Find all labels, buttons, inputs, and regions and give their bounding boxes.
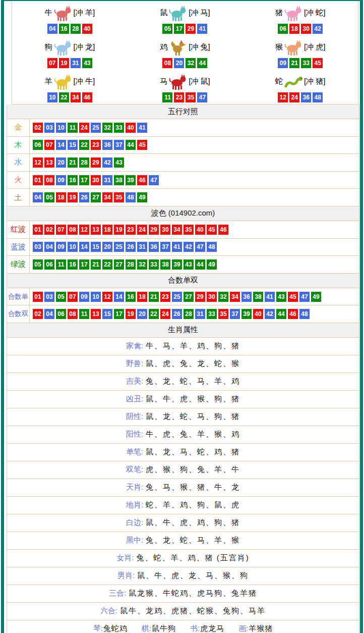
attr-seg-书: 书:虎龙马: [190, 624, 224, 633]
attr-label-xiongchou: 凶丑:: [126, 394, 143, 404]
zodiac-reference-page: 牛[冲 羊]04162840鼠[冲 马]05172941猪[冲 蛇]061830…: [0, 0, 364, 633]
zodiac-caption-rat: 鼠[冲 马]: [160, 3, 210, 23]
ball-39: 39: [241, 309, 252, 319]
ball-44: 44: [197, 58, 207, 68]
ball-32: 32: [137, 259, 147, 270]
attr-value-yinxing: 鼠、龙、蛇、马、狗、猪: [146, 412, 240, 421]
zodiac-cell-goat: 羊[冲 牛]10223446: [12, 70, 128, 104]
zodiac-clash-dog: [冲 龙]: [74, 42, 95, 52]
attr-label-yangxing: 阳性:: [126, 430, 143, 439]
zodiac-clash-grid: 牛[冲 羊]04162840鼠[冲 马]05172941猪[冲 蛇]061830…: [12, 1, 358, 104]
zodiac-name-rooster: 鸡: [160, 42, 167, 52]
ball-10: 10: [56, 123, 66, 133]
ball-27: 27: [114, 259, 124, 270]
attr-value-yangxing: 牛、虎、兔、羊、猴、鸡: [146, 430, 240, 439]
bose-balls-hongbo: 0102070812131819232429303435404546: [30, 221, 228, 238]
ball-14: 14: [56, 140, 66, 150]
zodiac-cell-rooster: 鸡[冲 兔]08203244: [128, 35, 243, 70]
zodiac-balls-rat: 05172941: [162, 24, 207, 34]
heshu-row-heshu-shuang: 合数双0204060811131517192022242628313335373…: [7, 305, 359, 323]
zodiac-horse-icon: [168, 73, 188, 90]
ball-01: 01: [33, 292, 43, 302]
ball-39: 39: [126, 175, 136, 185]
bose-balls-lvbo: 05061116172122272832333839434449: [30, 256, 217, 273]
heshu-title: 合数单双: [168, 276, 198, 285]
wuxing-row-shui: 水1213202128294243: [7, 154, 359, 172]
ball-39: 39: [172, 259, 182, 270]
heshu-row-heshu-dan: 合数单0103050709101214161821232527293032343…: [7, 288, 359, 306]
ball-47: 47: [149, 175, 159, 185]
zodiac-goat-icon: [53, 73, 73, 90]
attr-label-tianxiao: 天肖:: [126, 483, 143, 492]
ball-08: 08: [162, 58, 172, 68]
ball-35: 35: [184, 225, 194, 235]
zodiac-caption-goat: 羊[冲 牛]: [45, 72, 95, 92]
ball-35: 35: [186, 92, 196, 102]
wuxing-label-mu: 木: [7, 137, 30, 154]
ball-43: 43: [276, 292, 286, 302]
ball-17: 17: [174, 24, 184, 34]
ball-41: 41: [137, 123, 147, 133]
zodiac-name-goat: 羊: [45, 77, 52, 86]
ball-36: 36: [102, 140, 112, 150]
ball-46: 46: [218, 225, 228, 235]
attr-value-dixiao: 蛇、羊、鸡、狗、鼠、虎: [146, 500, 240, 510]
ball-33: 33: [149, 259, 159, 270]
zodiac-clash-monkey: [冲 虎]: [304, 42, 326, 52]
heshu-label-heshu-shuang: 合数双: [7, 305, 30, 323]
attr-seg-label: 棋:: [142, 624, 151, 633]
ball-10: 10: [47, 92, 57, 102]
zodiac-caption-ox: 牛[冲 羊]: [45, 3, 95, 23]
zodiac-snake-icon: [284, 73, 303, 90]
ball-06: 06: [56, 309, 66, 319]
ball-05: 05: [44, 192, 54, 202]
ball-47: 47: [299, 292, 310, 302]
zodiac-balls-dog: 07193143: [47, 58, 92, 68]
ball-30: 30: [91, 175, 101, 185]
attr-label-nanxiao: 男肖:: [117, 571, 135, 581]
attr-value-nanxiao: 鼠、牛、虎、龙、马、猴、狗: [137, 571, 249, 581]
shengxiao-table: 家禽:牛、马、羊、鸡、狗、猪野兽:鼠、虎、兔、龙、蛇、猴吉美:兔、龙、蛇、马、羊…: [7, 338, 359, 633]
ball-31: 31: [102, 175, 112, 185]
bose-row-lvbo: 绿波05061116172122272832333839434449: [7, 256, 359, 274]
ball-28: 28: [79, 157, 89, 168]
ball-42: 42: [102, 157, 112, 168]
ball-15: 15: [91, 242, 101, 252]
ball-23: 23: [91, 140, 101, 150]
ball-10: 10: [91, 292, 101, 302]
ball-22: 22: [59, 92, 69, 102]
ball-34: 34: [172, 225, 182, 235]
zodiac-balls-snake: 12243648: [278, 92, 323, 102]
ball-28: 28: [71, 24, 81, 34]
bose-label-hongbo: 红波: [7, 221, 30, 238]
zodiac-clash-rooster: [冲 兔]: [189, 42, 210, 52]
attr-value-shuangbi: 虎、猴、狗、兔、羊、牛: [146, 465, 240, 474]
attr-label-baibian: 白边:: [126, 518, 143, 528]
attr-row-yinxing: 阴性:鼠、龙、蛇、马、狗、猪: [7, 408, 359, 426]
wuxing-section-header: 五行对照: [7, 104, 359, 119]
wuxing-label-tu: 土: [7, 189, 30, 206]
ball-13: 13: [44, 157, 54, 168]
page-border-right: [360, 0, 363, 633]
ball-19: 19: [126, 309, 136, 319]
ball-06: 06: [33, 140, 43, 150]
attr-label-heizhong: 黑中:: [126, 536, 143, 545]
shengxiao-title: 生肖属性: [168, 325, 198, 335]
ball-31: 31: [137, 242, 147, 252]
wuxing-row-tu: 土04051819262734354849: [7, 189, 359, 206]
zodiac-cell-monkey: 猴[冲 虎]09213345: [242, 35, 358, 70]
ball-29: 29: [195, 292, 205, 302]
attr-label-yinxing: 阴性:: [126, 412, 143, 421]
ball-17: 17: [79, 175, 89, 185]
ball-42: 42: [313, 24, 323, 34]
zodiac-cell-snake: 蛇[冲 猪]12243648: [242, 70, 358, 104]
ball-07: 07: [44, 140, 54, 150]
ball-12: 12: [33, 157, 43, 168]
zodiac-name-ox: 牛: [45, 8, 52, 18]
ball-37: 37: [160, 242, 170, 252]
ball-44: 44: [195, 259, 205, 270]
attr-row-shuangbi: 双笔:虎、猴、狗、兔、羊、牛: [7, 461, 359, 479]
ball-17: 17: [79, 259, 89, 270]
ball-21: 21: [289, 58, 299, 68]
attr-label-sanhe: 三合:: [109, 589, 126, 598]
